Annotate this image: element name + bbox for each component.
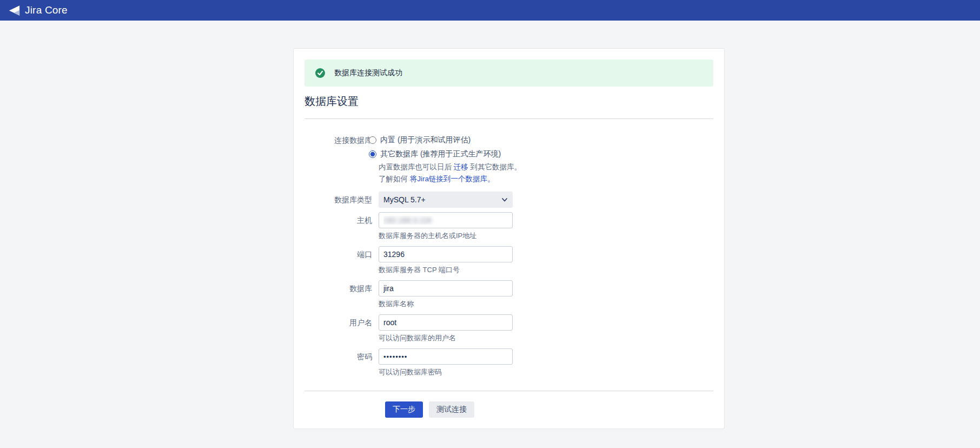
database-name-input[interactable]: [379, 280, 513, 297]
external-radio[interactable]: [369, 150, 376, 158]
migrate-link[interactable]: 迁移: [454, 163, 468, 171]
database-settings-form: 连接数据库 内置 (用于演示和试用评估) 其它数据库 (推荐用于正式生产环境) …: [304, 133, 713, 418]
host-label: 主机: [304, 212, 379, 240]
username-help: 可以访问数据库的用户名: [379, 334, 713, 342]
page-title: 数据库设置: [304, 94, 713, 109]
database-setup-card: 数据库连接测试成功 数据库设置 连接数据库 内置 (用于演示和试用评估) 其它数…: [293, 48, 725, 429]
jira-logo-icon: [9, 5, 20, 16]
port-help: 数据库服务器 TCP 端口号: [379, 266, 713, 274]
port-label: 端口: [304, 246, 379, 274]
radio-option-external[interactable]: 其它数据库 (推荐用于正式生产环境): [369, 147, 713, 161]
password-help: 可以访问数据库密码: [379, 368, 713, 377]
main-content: 数据库连接测试成功 数据库设置 连接数据库 内置 (用于演示和试用评估) 其它数…: [0, 48, 980, 429]
learn-note-prefix: 了解如何: [379, 175, 410, 183]
connect-database-row: 连接数据库 内置 (用于演示和试用评估) 其它数据库 (推荐用于正式生产环境) …: [304, 133, 713, 185]
success-check-icon: [315, 68, 325, 78]
database-name-row: 数据库 数据库名称: [304, 280, 713, 308]
host-row: 主机 数据库服务器的主机名或IP地址: [304, 212, 713, 240]
password-input[interactable]: [379, 348, 513, 365]
top-nav: Jira Core: [0, 0, 980, 21]
database-type-row: 数据库类型 MySQL 5.7+: [304, 192, 713, 208]
migrate-note-suffix: 到其它数据库。: [468, 163, 521, 171]
password-label: 密码: [304, 348, 379, 377]
username-label: 用户名: [304, 314, 379, 342]
port-row: 端口 数据库服务器 TCP 端口号: [304, 246, 713, 274]
app-title: Jira Core: [25, 4, 68, 16]
app-logo[interactable]: Jira Core: [9, 4, 68, 16]
success-message: 数据库连接测试成功: [334, 68, 402, 78]
builtin-radio[interactable]: [369, 136, 376, 144]
builtin-radio-label: 内置 (用于演示和试用评估): [380, 135, 471, 145]
title-divider: [304, 118, 713, 119]
migrate-note: 内置数据库也可以日后 迁移 到其它数据库。: [379, 161, 713, 173]
test-connection-button[interactable]: 测试连接: [429, 401, 474, 418]
migrate-note-prefix: 内置数据库也可以日后: [379, 163, 454, 171]
radio-option-builtin[interactable]: 内置 (用于演示和试用评估): [369, 133, 713, 147]
connect-jira-db-link[interactable]: 将Jira链接到一个数据库。: [410, 175, 495, 183]
learn-note: 了解如何 将Jira链接到一个数据库。: [379, 173, 713, 185]
connect-database-label: 连接数据库: [304, 133, 379, 185]
database-type-select-wrap: MySQL 5.7+: [379, 192, 513, 208]
password-row: 密码 可以访问数据库密码: [304, 348, 713, 377]
actions-divider: [304, 391, 713, 391]
database-type-select[interactable]: MySQL 5.7+: [379, 192, 513, 208]
database-type-label: 数据库类型: [304, 192, 379, 208]
next-button[interactable]: 下一步: [385, 401, 423, 418]
host-input[interactable]: [379, 212, 513, 228]
username-row: 用户名 可以访问数据库的用户名: [304, 314, 713, 342]
database-name-help: 数据库名称: [379, 300, 713, 308]
success-banner: 数据库连接测试成功: [304, 60, 713, 87]
host-help: 数据库服务器的主机名或IP地址: [379, 232, 713, 240]
username-input[interactable]: [379, 314, 513, 331]
form-actions: 下一步 测试连接: [385, 401, 713, 418]
connect-database-options: 内置 (用于演示和试用评估) 其它数据库 (推荐用于正式生产环境) 内置数据库也…: [379, 133, 713, 185]
external-radio-label: 其它数据库 (推荐用于正式生产环境): [380, 149, 501, 159]
port-input[interactable]: [379, 246, 513, 262]
database-name-label: 数据库: [304, 280, 379, 308]
